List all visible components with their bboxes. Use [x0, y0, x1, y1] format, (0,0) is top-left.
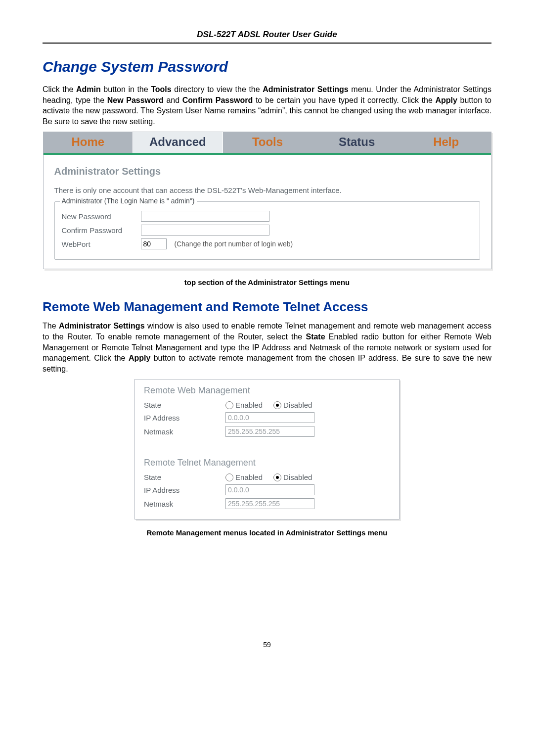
- rw-disabled-label: Disabled: [283, 401, 312, 409]
- rw-ip-label: IP Address: [144, 414, 225, 422]
- radio-icon: [273, 473, 281, 481]
- doc-header: DSL-522T ADSL Router User Guide: [43, 30, 491, 44]
- rw-enabled-label: Enabled: [235, 401, 263, 409]
- radio-icon: [225, 473, 233, 481]
- confirm-password-input[interactable]: [141, 225, 269, 236]
- section1-paragraph: Click the Admin button in the Tools dire…: [43, 84, 491, 127]
- rt-ip-label: IP Address: [144, 486, 225, 494]
- remote-caption: Remote Management menus located in Admin…: [43, 528, 491, 537]
- tab-bar: Home Advanced Tools Status Help: [44, 132, 491, 153]
- rw-netmask-label: Netmask: [144, 427, 225, 436]
- rw-netmask-input[interactable]: 255.255.255.255: [225, 426, 314, 437]
- tab-help[interactable]: Help: [401, 132, 491, 153]
- rt-state-disabled[interactable]: Disabled: [273, 473, 312, 481]
- webport-hint: (Change the port number of login web): [175, 240, 293, 248]
- rt-state-label: State: [144, 473, 225, 481]
- rw-ip-input[interactable]: 0.0.0.0: [225, 412, 314, 423]
- admin-group-legend: Administrator (The Login Name is " admin…: [60, 197, 197, 205]
- tab-status[interactable]: Status: [312, 132, 401, 153]
- rt-disabled-label: Disabled: [283, 473, 312, 481]
- rw-state-disabled[interactable]: Disabled: [273, 401, 312, 409]
- remote-web-title: Remote Web Management: [144, 385, 390, 396]
- section-change-password-heading: Change System Password: [43, 58, 491, 75]
- webport-label: WebPort: [62, 240, 141, 248]
- rt-netmask-input[interactable]: 255.255.255.255: [225, 498, 314, 509]
- admin-caption: top section of the Administrator Setting…: [43, 278, 491, 286]
- remote-telnet-title: Remote Telnet Management: [144, 458, 390, 468]
- tab-home[interactable]: Home: [44, 132, 133, 153]
- tab-tools[interactable]: Tools: [223, 132, 312, 153]
- page-number: 59: [0, 641, 534, 649]
- admin-settings-note: There is only one account that can acces…: [54, 186, 480, 194]
- rt-enabled-label: Enabled: [235, 473, 263, 481]
- new-password-label: New Password: [62, 212, 141, 221]
- section2-paragraph: The Administrator Settings window is als…: [43, 321, 491, 374]
- confirm-password-label: Confirm Password: [62, 226, 141, 235]
- radio-icon: [225, 401, 233, 409]
- admin-settings-screenshot: Home Advanced Tools Status Help Administ…: [43, 132, 491, 269]
- rt-state-enabled[interactable]: Enabled: [225, 473, 263, 481]
- rt-netmask-label: Netmask: [144, 500, 225, 508]
- remote-management-screenshot: Remote Web Management State Enabled Disa…: [134, 379, 400, 520]
- rw-state-enabled[interactable]: Enabled: [225, 401, 263, 409]
- rt-ip-input[interactable]: 0.0.0.0: [225, 484, 314, 495]
- section-remote-heading: Remote Web Management and Remote Telnet …: [43, 299, 491, 315]
- rw-state-label: State: [144, 401, 225, 409]
- webport-input[interactable]: [141, 238, 167, 249]
- admin-settings-title: Administrator Settings: [54, 166, 480, 177]
- admin-group: Administrator (The Login Name is " admin…: [54, 201, 480, 260]
- tab-advanced[interactable]: Advanced: [133, 132, 223, 153]
- new-password-input[interactable]: [141, 211, 269, 222]
- radio-icon: [273, 401, 281, 409]
